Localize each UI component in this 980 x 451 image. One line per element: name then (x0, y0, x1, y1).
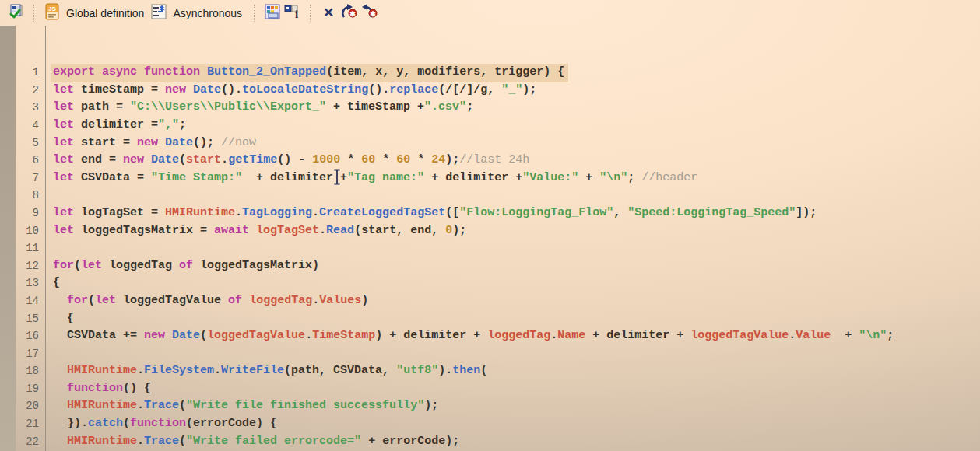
code-line[interactable]: 18 HMIRuntime.FileSystem.WriteFile(path,… (16, 362, 980, 380)
next-error-button[interactable]: ✱ (339, 3, 359, 23)
line-number: 9 (16, 205, 46, 222)
line-number: 8 (16, 187, 46, 205)
next-error-icon: ✱ (339, 3, 358, 23)
code-line[interactable]: 10let loggedTagsMatrix = await logTagSet… (16, 222, 980, 240)
line-number: 17 (16, 345, 46, 363)
toolbar-separator (310, 5, 311, 22)
jump-definition-icon (150, 3, 167, 23)
line-content[interactable]: { (46, 274, 60, 292)
line-number: 21 (16, 415, 46, 433)
code-line[interactable]: 16 CSVData += new Date(loggedTagValue.Ti… (16, 327, 980, 345)
global-definition-button[interactable]: JS (42, 3, 62, 23)
global-definition-label: Global definition (66, 7, 144, 19)
code-line[interactable]: 22 HMIRuntime.Trace("Write failed errorc… (16, 433, 980, 451)
line-number: 16 (16, 327, 46, 345)
line-content[interactable]: { (46, 310, 74, 328)
code-line[interactable]: 3let path = "C:\\Users\\Public\\Export_"… (16, 99, 980, 117)
line-content[interactable]: let start = new Date(); //now (46, 135, 256, 152)
svg-text:✱: ✱ (370, 9, 376, 17)
code-line[interactable]: 4let delimiter =","; (16, 117, 980, 135)
line-content[interactable]: function() { (46, 380, 151, 398)
svg-text:JS: JS (48, 5, 56, 12)
script-editor-window: JS Global definition Asynchro (0, 0, 980, 451)
toolbar-separator (254, 5, 255, 22)
code-line[interactable]: 11 (16, 239, 980, 257)
code-line[interactable]: 17 (16, 345, 980, 363)
line-number: 1 (16, 64, 46, 82)
line-content[interactable]: let loggedTagsMatrix = await logTagSet.R… (46, 222, 466, 240)
line-number: 19 (16, 380, 46, 398)
line-number: 12 (16, 257, 46, 275)
line-content[interactable]: for(let loggedTagValue of loggedTag.Valu… (46, 292, 368, 310)
line-content[interactable]: for(let loggedTag of loggedTagsMatrix) (46, 257, 319, 275)
snippets-button[interactable] (262, 3, 283, 23)
line-number: 20 (16, 397, 46, 415)
line-content[interactable]: let path = "C:\\Users\\Public\\Export_" … (46, 99, 473, 117)
line-number: 3 (16, 99, 46, 117)
line-content[interactable]: HMIRuntime.Trace("Write failed errorcode… (46, 433, 459, 451)
variable-info-button[interactable]: i (283, 3, 303, 23)
line-number: 14 (16, 292, 46, 310)
code-line[interactable]: 7let CSVData = "Time Stamp:" + delimiter… (16, 170, 980, 187)
snippets-icon (264, 3, 281, 23)
toolbar-separator (33, 5, 35, 22)
code-lines: 1export async function Button_2_OnTapped… (16, 64, 980, 451)
delete-button[interactable]: ✕ (318, 3, 339, 23)
code-line[interactable]: 2let timeStamp = new Date().toLocaleDate… (16, 82, 980, 100)
code-line[interactable]: 15 { (16, 310, 980, 328)
code-line[interactable]: 19 function() { (16, 380, 980, 398)
line-content[interactable]: }).catch(function(errorCode) { (46, 415, 277, 433)
code-line[interactable]: 20 HMIRuntime.Trace("Write file finished… (16, 397, 980, 415)
validate-script-icon (8, 3, 25, 23)
js-script-icon: JS (44, 3, 60, 23)
line-number: 4 (16, 117, 46, 135)
line-content[interactable]: let delimiter =","; (46, 117, 186, 135)
line-content[interactable]: let CSVData = "Time Stamp:" + delimiter … (46, 170, 697, 187)
code-area[interactable]: 1export async function Button_2_OnTapped… (16, 29, 980, 451)
code-line[interactable]: 21 }).catch(function(errorCode) { (16, 415, 980, 433)
line-content[interactable]: HMIRuntime.FileSystem.WriteFile(path, CS… (46, 362, 487, 380)
line-content[interactable]: let logTagSet = HMIRuntime.TagLogging.Cr… (46, 205, 817, 222)
line-number: 13 (16, 274, 46, 292)
line-number: 7 (16, 170, 46, 187)
line-number: 15 (16, 310, 46, 328)
code-line[interactable]: 5let start = new Date(); //now (16, 135, 980, 152)
validate-script-button[interactable] (6, 3, 26, 23)
asynchronous-label: Asynchronous (173, 7, 242, 19)
previous-error-button[interactable]: ✱ (359, 3, 379, 23)
line-number: 22 (16, 433, 46, 451)
previous-error-icon: ✱ (360, 3, 378, 23)
code-line[interactable]: 12for(let loggedTag of loggedTagsMatrix) (16, 257, 980, 275)
svg-text:✱: ✱ (349, 9, 356, 17)
code-line[interactable]: 14 for(let loggedTagValue of loggedTag.V… (16, 292, 980, 310)
variable-info-icon: i (283, 3, 302, 23)
delete-icon: ✕ (323, 6, 334, 19)
code-line[interactable]: 1export async function Button_2_OnTapped… (16, 64, 980, 82)
line-number: 11 (16, 239, 46, 257)
line-content[interactable]: let end = new Date(start.getTime() - 100… (46, 152, 529, 170)
line-number: 6 (16, 152, 46, 170)
svg-text:i: i (295, 8, 298, 20)
line-content[interactable]: export async function Button_2_OnTapped(… (46, 64, 568, 82)
line-number: 2 (16, 82, 46, 100)
toolbar: JS Global definition Asynchro (0, 0, 980, 26)
line-content[interactable] (46, 239, 53, 257)
code-line[interactable]: 8 (16, 187, 980, 205)
line-number: 5 (16, 135, 46, 152)
line-content[interactable] (46, 345, 53, 363)
line-content[interactable]: CSVData += new Date(loggedTagValue.TimeS… (46, 327, 894, 345)
asynchronous-button[interactable] (149, 3, 169, 23)
code-line[interactable]: 6let end = new Date(start.getTime() - 10… (16, 152, 980, 170)
line-content[interactable]: HMIRuntime.Trace("Write file finished su… (46, 397, 438, 415)
line-number: 18 (16, 362, 46, 380)
text-cursor-ibeam (333, 169, 341, 188)
editor-left-margin (0, 26, 16, 451)
code-line[interactable]: 9let logTagSet = HMIRuntime.TagLogging.C… (16, 205, 980, 222)
line-content[interactable] (46, 187, 53, 205)
line-number: 10 (16, 222, 46, 240)
line-content[interactable]: let timeStamp = new Date().toLocaleDateS… (46, 82, 536, 100)
code-line[interactable]: 13{ (16, 274, 980, 292)
